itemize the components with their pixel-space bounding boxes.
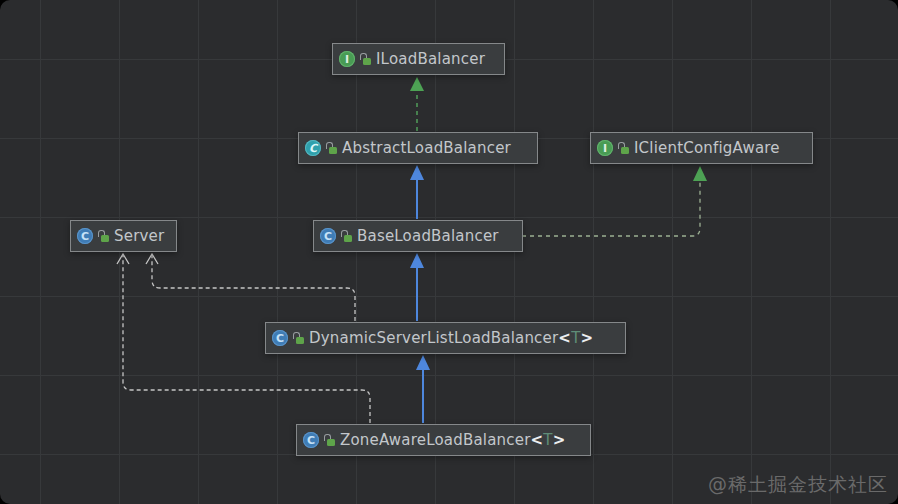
interface-icon: I — [597, 140, 613, 156]
open-lock-icon — [326, 142, 337, 154]
open-lock-icon — [293, 332, 304, 344]
class-node-iloadbalancer[interactable]: IILoadBalancer — [332, 43, 505, 75]
open-lock-icon — [324, 434, 335, 446]
class-node-zoneawareloadbalancer[interactable]: CZoneAwareLoadBalancer<T> — [296, 424, 591, 456]
class-name-label: AbstractLoadBalancer — [342, 139, 511, 157]
class-node-iclientconfigaware[interactable]: IIClientConfigAware — [590, 132, 813, 164]
class-node-baseloadbalancer[interactable]: CBaseLoadBalancer — [313, 220, 523, 252]
interface-icon: I — [339, 51, 355, 67]
class-node-dynamicserverlistloadbalancer[interactable]: CDynamicServerListLoadBalancer<T> — [265, 322, 626, 354]
abstract-class-icon: C — [305, 140, 321, 156]
class-name-label: IClientConfigAware — [634, 139, 780, 157]
class-node-abstractloadbalancer[interactable]: CAbstractLoadBalancer — [298, 132, 538, 164]
watermark: @稀土掘金技术社区 — [708, 472, 888, 498]
open-lock-icon — [618, 142, 629, 154]
class-name-label: ZoneAwareLoadBalancer<T> — [340, 431, 565, 449]
class-icon: C — [303, 432, 319, 448]
class-node-server[interactable]: CServer — [70, 220, 177, 252]
diagram-canvas[interactable]: IILoadBalancerCAbstractLoadBalancerIICli… — [0, 0, 898, 504]
class-name-label: Server — [114, 227, 164, 245]
open-lock-icon — [360, 53, 371, 65]
class-icon: C — [320, 228, 336, 244]
open-lock-icon — [341, 230, 352, 242]
open-lock-icon — [98, 230, 109, 242]
class-name-label: BaseLoadBalancer — [357, 227, 499, 245]
class-name-label: DynamicServerListLoadBalancer<T> — [309, 329, 593, 347]
class-name-label: ILoadBalancer — [376, 50, 485, 68]
node-layer: IILoadBalancerCAbstractLoadBalancerIICli… — [0, 0, 898, 504]
class-icon: C — [77, 228, 93, 244]
class-icon: C — [272, 330, 288, 346]
